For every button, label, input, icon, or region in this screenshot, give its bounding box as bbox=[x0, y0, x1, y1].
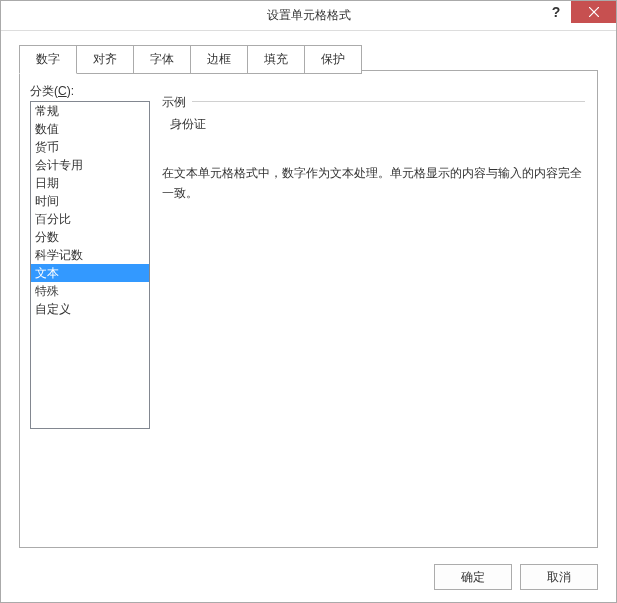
category-item-custom[interactable]: 自定义 bbox=[31, 300, 149, 318]
titlebar-buttons: ? bbox=[541, 1, 616, 30]
preview-area: 示例 身份证 bbox=[162, 101, 585, 147]
tab-fill[interactable]: 填充 bbox=[247, 45, 305, 74]
content-panel: 分类(C): 常规 数值 货币 会计专用 日期 时间 百分比 分数 科学记数 文… bbox=[19, 70, 598, 548]
close-icon bbox=[589, 7, 599, 17]
dialog-title: 设置单元格格式 bbox=[267, 7, 351, 24]
category-listbox[interactable]: 常规 数值 货币 会计专用 日期 时间 百分比 分数 科学记数 文本 特殊 自定… bbox=[30, 101, 150, 429]
category-label: 分类(C): bbox=[30, 83, 74, 100]
category-item-text[interactable]: 文本 bbox=[31, 264, 149, 282]
cancel-button[interactable]: 取消 bbox=[520, 564, 598, 590]
category-item-scientific[interactable]: 科学记数 bbox=[31, 246, 149, 264]
category-item-percentage[interactable]: 百分比 bbox=[31, 210, 149, 228]
tab-font[interactable]: 字体 bbox=[133, 45, 191, 74]
dialog-footer: 确定 取消 bbox=[434, 564, 598, 590]
preview-fieldset: 示例 身份证 bbox=[162, 101, 585, 147]
category-item-special[interactable]: 特殊 bbox=[31, 282, 149, 300]
ok-button[interactable]: 确定 bbox=[434, 564, 512, 590]
category-item-time[interactable]: 时间 bbox=[31, 192, 149, 210]
category-item-currency[interactable]: 货币 bbox=[31, 138, 149, 156]
tab-alignment[interactable]: 对齐 bbox=[76, 45, 134, 74]
close-button[interactable] bbox=[571, 1, 616, 23]
category-item-fraction[interactable]: 分数 bbox=[31, 228, 149, 246]
help-button[interactable]: ? bbox=[541, 1, 571, 23]
category-item-general[interactable]: 常规 bbox=[31, 102, 149, 120]
titlebar: 设置单元格格式 ? bbox=[1, 1, 616, 31]
category-item-accounting[interactable]: 会计专用 bbox=[31, 156, 149, 174]
tab-number[interactable]: 数字 bbox=[19, 45, 77, 74]
category-item-number[interactable]: 数值 bbox=[31, 120, 149, 138]
tab-protection[interactable]: 保护 bbox=[304, 45, 362, 74]
preview-legend: 示例 bbox=[162, 94, 192, 111]
tabs: 数字 对齐 字体 边框 填充 保护 bbox=[1, 31, 616, 74]
preview-value: 身份证 bbox=[170, 112, 577, 133]
category-item-date[interactable]: 日期 bbox=[31, 174, 149, 192]
format-description: 在文本单元格格式中，数字作为文本处理。单元格显示的内容与输入的内容完全一致。 bbox=[162, 163, 585, 203]
tab-border[interactable]: 边框 bbox=[190, 45, 248, 74]
